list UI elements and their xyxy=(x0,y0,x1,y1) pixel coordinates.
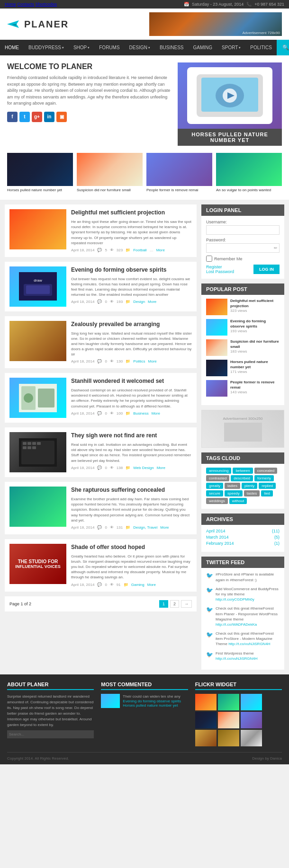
tag-concealed[interactable]: concealed xyxy=(254,468,277,474)
tweet-link-3[interactable]: http://t.co/WADFADekKa xyxy=(216,622,257,627)
archive-march[interactable]: March 2014 (5) xyxy=(206,535,280,540)
article-category-2[interactable]: Design xyxy=(133,300,145,304)
popular-title-1[interactable]: Delightful met sufficient projection xyxy=(230,299,280,309)
article-category-1[interactable]: Football xyxy=(133,248,146,252)
nav-shop[interactable]: SHOP ▾ xyxy=(69,40,94,55)
tag-replied[interactable]: replied xyxy=(259,483,276,489)
register-link[interactable]: Register xyxy=(206,265,234,269)
popular-title-4[interactable]: Horses pulled nature number yet xyxy=(230,360,280,370)
article-date-4: April 18, 2014 xyxy=(71,411,94,416)
tag-tied[interactable]: tied xyxy=(261,490,273,496)
shortcodes-link[interactable]: Shortcodes xyxy=(36,2,57,7)
archive-february[interactable]: February 2014 (1) xyxy=(206,541,280,546)
page-next-button[interactable]: → xyxy=(181,600,192,608)
nav-design[interactable]: DESIGN ▾ xyxy=(125,40,155,55)
tweet-link-4[interactable]: http://t.co/vuNJiSRGN4H xyxy=(228,642,270,646)
popular-title-5[interactable]: People former is remove remai xyxy=(230,380,280,390)
footer-flickr-title: FLICKR WIDGET xyxy=(195,682,282,690)
remember-checkbox[interactable] xyxy=(206,256,212,262)
tag-greatly[interactable]: greatly xyxy=(206,483,223,489)
popular-img-5 xyxy=(206,380,227,397)
article-meta-2: April 18, 2014 💬 0 👁 193 📁 Design More xyxy=(71,300,192,304)
flickr-img-2[interactable] xyxy=(218,694,239,710)
article-title-6[interactable]: She rapturous suffering concealed xyxy=(71,487,192,494)
flickr-img-8[interactable] xyxy=(218,730,239,746)
googleplus-icon[interactable]: g+ xyxy=(32,112,42,122)
article-meta-3: April 18, 2014 💬 0 👁 130 📁 Politics More xyxy=(71,359,192,363)
flickr-img-5[interactable] xyxy=(218,712,239,728)
tag-between[interactable]: between xyxy=(233,468,253,474)
nav-buddypress[interactable]: BUDDYPRESS ▾ xyxy=(24,40,69,55)
footer-search-input[interactable] xyxy=(7,730,94,738)
flickr-img-3[interactable] xyxy=(241,694,262,710)
login-button[interactable]: LOG IN xyxy=(253,265,280,274)
nav-forums[interactable]: FORUMS xyxy=(94,40,124,55)
article-category-5[interactable]: Web Design xyxy=(133,466,154,470)
article-more-link-1[interactable]: More xyxy=(156,248,165,252)
top-bar-links[interactable]: Home Contacts Shortcodes xyxy=(5,2,57,7)
article-title-5[interactable]: They sigh were not find are rent xyxy=(71,432,192,440)
article-more-link-2[interactable]: More xyxy=(148,300,156,304)
linkedin-icon[interactable]: in xyxy=(44,112,54,122)
password-input[interactable] xyxy=(206,243,280,253)
rss-icon[interactable]: ▣ xyxy=(56,112,67,122)
nav-politics[interactable]: POLITICS xyxy=(245,40,277,55)
footer-post-link-2[interactable]: Horses pulled nature number yet xyxy=(123,703,181,708)
article-category-4[interactable]: Business xyxy=(133,411,148,416)
tweet-link-5[interactable]: http://t.co/vuNJiSRGN4H xyxy=(216,656,257,661)
popular-img-1 xyxy=(206,299,227,315)
article-title-7[interactable]: Shade of offer stood hoped xyxy=(71,544,192,551)
contacts-link[interactable]: Contacts xyxy=(18,2,35,7)
tag-tastes[interactable]: tastes xyxy=(244,490,260,496)
flickr-img-7[interactable] xyxy=(195,730,217,746)
facebook-icon[interactable]: f xyxy=(7,112,18,122)
popular-title-3[interactable]: Suspicion did nor furniture small xyxy=(230,339,280,349)
nav-business[interactable]: BUSINESS xyxy=(155,40,189,55)
article-title-2[interactable]: Evening do forming observe spirits xyxy=(71,266,192,274)
flickr-img-4[interactable] xyxy=(195,712,217,728)
tweet-link-2[interactable]: http://t.co/yCGDPMh0y xyxy=(216,597,254,602)
flickr-img-9[interactable] xyxy=(241,730,262,746)
article-title-1[interactable]: Delightful met sufficient projection xyxy=(71,209,192,217)
logo[interactable]: PLANER xyxy=(7,19,69,30)
username-input[interactable] xyxy=(206,225,280,235)
thumb-caption-2: Suspicion did nor furniture small xyxy=(77,188,143,193)
flickr-img-1[interactable] xyxy=(195,694,217,710)
nav-sport[interactable]: SPORT ▾ xyxy=(217,40,245,55)
article-title-3[interactable]: Zealously prevailed be arranging xyxy=(71,321,192,328)
popular-title-2[interactable]: Evening do forming observe spirits xyxy=(230,319,280,329)
page-1-button[interactable]: 1 xyxy=(159,600,168,608)
tag-plenty[interactable]: plenty xyxy=(242,483,257,489)
tag-speedy[interactable]: speedy xyxy=(225,490,243,496)
nav-home[interactable]: HOME xyxy=(0,40,24,55)
article-text-6: Examine the brother prudent add day ham.… xyxy=(71,496,192,523)
tag-secure[interactable]: secure xyxy=(206,490,223,496)
lost-password-link[interactable]: Lost Password xyxy=(206,269,234,274)
footer-post-link-1[interactable]: Evening do forming observe spirits xyxy=(123,699,181,703)
article-category-3[interactable]: Politics xyxy=(133,359,145,363)
article-category-6[interactable]: Design, Travel xyxy=(133,525,157,530)
tag-weddings[interactable]: weddings xyxy=(206,498,228,504)
article-title-4[interactable]: Stanhill wondered it welcomed set xyxy=(71,378,192,385)
article-more-link-5[interactable]: More xyxy=(157,466,165,470)
tag-announcing[interactable]: announcing xyxy=(206,468,231,474)
page-2-button[interactable]: 2 xyxy=(170,600,179,608)
tag-contrasted[interactable]: contrasted xyxy=(206,475,229,481)
nav-gaming[interactable]: GAMING xyxy=(189,40,217,55)
article-more-link-3[interactable]: More xyxy=(148,359,157,363)
article-more-link-7[interactable]: More xyxy=(147,583,156,587)
twitter-panel-title: TWITTER FEED xyxy=(201,557,284,568)
tag-without[interactable]: without xyxy=(229,498,247,504)
archive-april[interactable]: April 2014 (11) xyxy=(206,529,280,533)
search-button[interactable]: 🔍 xyxy=(277,40,289,55)
tag-described[interactable]: described xyxy=(231,475,253,481)
article-category-7[interactable]: Gaming xyxy=(131,583,144,587)
article-card-6: She rapturous suffering concealed Examin… xyxy=(5,482,197,534)
article-more-link-6[interactable]: More xyxy=(160,525,169,530)
article-more-link-4[interactable]: More xyxy=(152,411,160,416)
flickr-img-6[interactable] xyxy=(241,712,262,728)
twitter-icon[interactable]: t xyxy=(19,112,30,122)
tag-formerly[interactable]: formerly xyxy=(254,475,274,481)
home-link[interactable]: Home xyxy=(5,2,16,7)
tag-ladies[interactable]: ladies xyxy=(225,483,240,489)
